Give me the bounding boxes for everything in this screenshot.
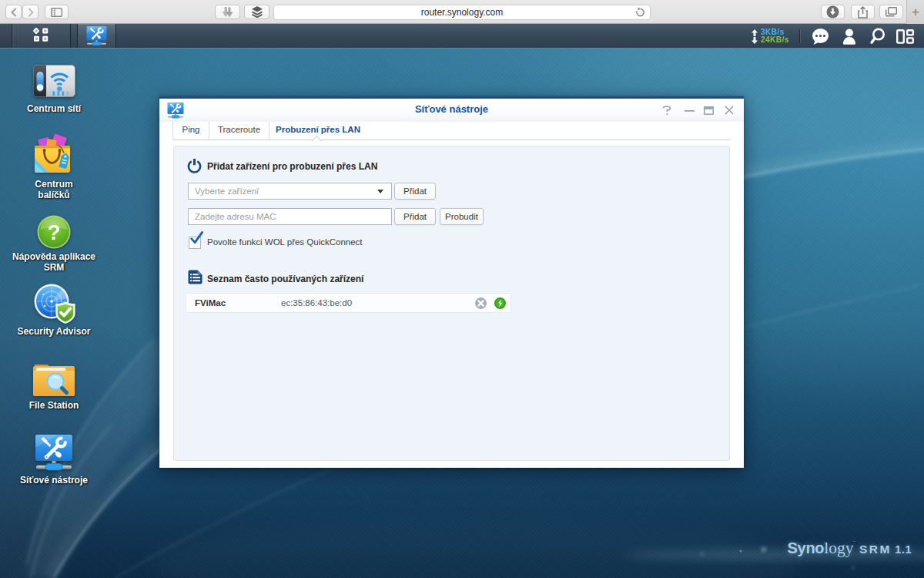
svg-text:?: ? (47, 220, 60, 244)
